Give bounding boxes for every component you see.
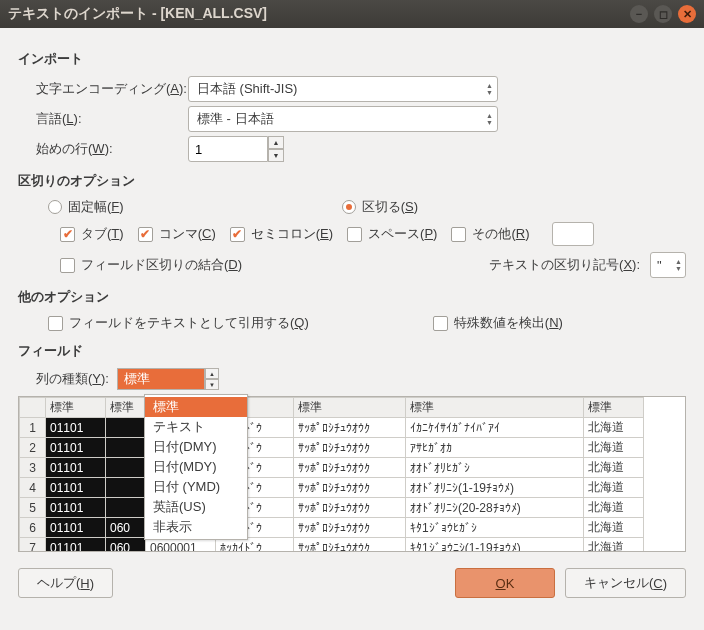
dropdown-item[interactable]: 英語(US) — [145, 497, 247, 517]
column-type-combo[interactable]: 標準 ▲▼ — [117, 368, 219, 390]
row-header[interactable]: 5 — [20, 498, 46, 518]
cell[interactable]: 060 — [106, 538, 146, 553]
col-header[interactable]: 標準 — [106, 398, 146, 418]
other-heading: 他のオプション — [18, 288, 686, 306]
row-header[interactable]: 4 — [20, 478, 46, 498]
dropdown-item[interactable]: 日付(DMY) — [145, 437, 247, 457]
chk-special-numbers[interactable]: 特殊数値を検出(N) — [433, 314, 563, 332]
dropdown-item[interactable]: 日付 (YMD) — [145, 477, 247, 497]
language-value: 標準 - 日本語 — [197, 110, 274, 128]
cell[interactable]: 01101 — [46, 438, 106, 458]
cell[interactable]: 北海道 — [584, 538, 644, 553]
cancel-button[interactable]: キャンセル(C) — [565, 568, 686, 598]
spin-down-icon[interactable]: ▼ — [268, 149, 284, 162]
maximize-button[interactable]: ◻ — [654, 5, 672, 23]
cell[interactable]: ｲｶﾆｹｲｻｲｶﾞﾅｲﾊﾞｱｲ — [406, 418, 584, 438]
cell[interactable]: 01101 — [46, 458, 106, 478]
table-row: 201101941ﾎｯｶｲﾄﾞｳｻｯﾎﾟﾛｼﾁｭｳｵｳｸｱｻﾋｶﾞｵｶ北海道 — [20, 438, 644, 458]
row-header[interactable]: 1 — [20, 418, 46, 438]
startrow-label: 始めの行(W): — [18, 140, 188, 158]
cell[interactable]: 北海道 — [584, 478, 644, 498]
cell[interactable] — [106, 478, 146, 498]
chk-space[interactable]: スペース(P) — [347, 225, 437, 243]
text-delimiter-combo[interactable]: " ▲▼ — [650, 252, 686, 278]
language-combo[interactable]: 標準 - 日本語 ▲▼ — [188, 106, 498, 132]
cell[interactable]: ｻｯﾎﾟﾛｼﾁｭｳｵｳｸ — [294, 518, 406, 538]
close-button[interactable]: ✕ — [678, 5, 696, 23]
cell[interactable]: ｻｯﾎﾟﾛｼﾁｭｳｵｳｸ — [294, 438, 406, 458]
cell[interactable]: 01101 — [46, 418, 106, 438]
row-header[interactable]: 2 — [20, 438, 46, 458]
col-header[interactable]: 標準 — [294, 398, 406, 418]
cell[interactable]: ｻｯﾎﾟﾛｼﾁｭｳｵｳｸ — [294, 538, 406, 553]
cell[interactable]: ｻｯﾎﾟﾛｼﾁｭｳｵｳｸ — [294, 498, 406, 518]
other-delimiter-input[interactable] — [552, 222, 594, 246]
dialog-content: インポート 文字エンコーディング(A): 日本語 (Shift-JIS) ▲▼ … — [0, 28, 704, 612]
spin-down-icon[interactable]: ▼ — [205, 379, 219, 390]
startrow-input[interactable] — [188, 136, 268, 162]
encoding-value: 日本語 (Shift-JIS) — [197, 80, 297, 98]
table-row: 6011010600600031ﾎｯｶｲﾄﾞｳｻｯﾎﾟﾛｼﾁｭｳｵｳｸｷﾀ1ｼﾞ… — [20, 518, 644, 538]
cell[interactable]: 北海道 — [584, 438, 644, 458]
table-row: 7011010600600001ﾎｯｶｲﾄﾞｳｻｯﾎﾟﾛｼﾁｭｳｵｳｸｷﾀ1ｼﾞ… — [20, 538, 644, 553]
spin-up-icon[interactable]: ▲ — [205, 368, 219, 379]
cell[interactable]: ｵｵﾄﾞｵﾘﾆｼ(20-28ﾁｮｳﾒ) — [406, 498, 584, 518]
col-header[interactable]: 標準 — [46, 398, 106, 418]
dropdown-item[interactable]: 日付(MDY) — [145, 457, 247, 477]
row-header[interactable]: 6 — [20, 518, 46, 538]
chk-quoted-as-text[interactable]: フィールドをテキストとして引用する(Q) — [48, 314, 309, 332]
table-row: 101101000ﾎｯｶｲﾄﾞｳｻｯﾎﾟﾛｼﾁｭｳｵｳｸｲｶﾆｹｲｻｲｶﾞﾅｲﾊ… — [20, 418, 644, 438]
cell[interactable]: 北海道 — [584, 518, 644, 538]
col-header[interactable]: 標準 — [406, 398, 584, 418]
dropdown-item[interactable]: 非表示 — [145, 517, 247, 537]
cell[interactable]: ｷﾀ1ｼﾞｮｳﾆｼ(1-19ﾁｮｳﾒ) — [406, 538, 584, 553]
preview-grid[interactable]: 標準 標準 標準 標準 標準 標準 標準 101101000ﾎｯｶｲﾄﾞｳｻｯﾎ… — [18, 396, 686, 552]
chk-other[interactable]: その他(R) — [451, 225, 529, 243]
fields-heading: フィールド — [18, 342, 686, 360]
cell[interactable]: 01101 — [46, 518, 106, 538]
dropdown-item[interactable]: 標準 — [145, 397, 247, 417]
minimize-button[interactable]: − — [630, 5, 648, 23]
chk-semicolon[interactable]: セミコロン(E) — [230, 225, 333, 243]
help-button[interactable]: ヘルプ(H) — [18, 568, 113, 598]
radio-fixed[interactable]: 固定幅(F) — [48, 198, 124, 216]
row-header[interactable]: 7 — [20, 538, 46, 553]
cell[interactable] — [106, 498, 146, 518]
cell[interactable]: ｻｯﾎﾟﾛｼﾁｭｳｵｳｸ — [294, 458, 406, 478]
row-header[interactable]: 3 — [20, 458, 46, 478]
cell[interactable]: 01101 — [46, 478, 106, 498]
table-row: 401101042ﾎｯｶｲﾄﾞｳｻｯﾎﾟﾛｼﾁｭｳｵｳｸｵｵﾄﾞｵﾘﾆｼ(1-1… — [20, 478, 644, 498]
encoding-combo[interactable]: 日本語 (Shift-JIS) ▲▼ — [188, 76, 498, 102]
table-row: 501101820ﾎｯｶｲﾄﾞｳｻｯﾎﾟﾛｼﾁｭｳｵｳｸｵｵﾄﾞｵﾘﾆｼ(20-… — [20, 498, 644, 518]
cell[interactable] — [106, 438, 146, 458]
col-header[interactable]: 標準 — [584, 398, 644, 418]
cell[interactable]: ｷﾀ1ｼﾞｮｳﾋｶﾞｼ — [406, 518, 584, 538]
cell[interactable]: 北海道 — [584, 418, 644, 438]
ok-button[interactable]: OK — [455, 568, 555, 598]
column-type-dropdown[interactable]: 標準 テキスト 日付(DMY) 日付(MDY) 日付 (YMD) 英語(US) … — [144, 394, 248, 540]
cell[interactable]: 01101 — [46, 538, 106, 553]
cell[interactable]: ｵｵﾄﾞｵﾘﾆｼ(1-19ﾁｮｳﾒ) — [406, 478, 584, 498]
text-delimiter-label: テキストの区切り記号(X): — [489, 256, 640, 274]
chk-merge[interactable]: フィールド区切りの結合(D) — [60, 256, 242, 274]
cell[interactable]: 北海道 — [584, 498, 644, 518]
spin-up-icon[interactable]: ▲ — [268, 136, 284, 149]
cell[interactable]: 01101 — [46, 498, 106, 518]
import-heading: インポート — [18, 50, 686, 68]
chk-comma[interactable]: コンマ(C) — [138, 225, 216, 243]
cell[interactable]: 060 — [106, 518, 146, 538]
cell[interactable]: ｵｵﾄﾞｵﾘﾋｶﾞｼ — [406, 458, 584, 478]
chevron-updown-icon: ▲▼ — [486, 82, 493, 96]
radio-delimited[interactable]: 区切る(S) — [342, 198, 418, 216]
cell[interactable]: ｻｯﾎﾟﾛｼﾁｭｳｵｳｸ — [294, 418, 406, 438]
startrow-spinner[interactable]: ▲▼ — [188, 136, 284, 162]
dropdown-item[interactable]: テキスト — [145, 417, 247, 437]
chk-tab[interactable]: タブ(T) — [60, 225, 124, 243]
cell[interactable]: ｻｯﾎﾟﾛｼﾁｭｳｵｳｸ — [294, 478, 406, 498]
window-title: テキストのインポート - [KEN_ALL.CSV] — [8, 5, 624, 23]
cell[interactable] — [106, 458, 146, 478]
cell[interactable]: ｱｻﾋｶﾞｵｶ — [406, 438, 584, 458]
cell[interactable]: 北海道 — [584, 458, 644, 478]
column-type-label: 列の種類(Y): — [36, 370, 109, 388]
cell[interactable] — [106, 418, 146, 438]
